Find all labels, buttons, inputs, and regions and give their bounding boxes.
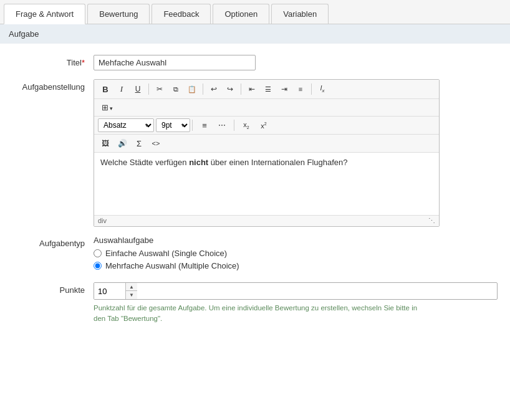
tab-frage-antwort[interactable]: Frage & Antwort	[4, 4, 85, 24]
sep2	[203, 84, 203, 95]
spinner-down[interactable]: ▼	[126, 291, 137, 299]
table-icon: ⊞	[102, 103, 108, 112]
align-justify-icon: ≡	[299, 85, 302, 93]
audio-button[interactable]: 🔊	[115, 136, 130, 150]
copy-button[interactable]: ⧉	[168, 82, 183, 96]
punkte-spinner: ▲ ▼	[94, 282, 498, 300]
clear-format-button[interactable]: Ix	[315, 82, 330, 96]
paragraph-style-select[interactable]: Absatz Überschrift 1 Überschrift 2	[98, 118, 154, 132]
task-type-content: Auswahlaufgabe Einfache Auswahl (Single …	[94, 236, 498, 274]
cut-icon: ✂	[156, 85, 163, 93]
rich-text-editor: B I U ✂ ⧉ 📋 ↩ ↪ ⇤ ☰ ⇥ ≡ Ix	[94, 79, 440, 227]
superscript-button[interactable]: x2	[256, 118, 271, 132]
sep4	[311, 84, 312, 95]
align-justify-button[interactable]: ≡	[293, 82, 308, 96]
tab-optionen[interactable]: Optionen	[213, 4, 269, 24]
editor-footer: div ⋱	[94, 215, 439, 226]
editor-text-normal-2: über einen Internationalen Flughafen?	[208, 158, 347, 167]
editor-content[interactable]: Welche Städte verfügen nicht über einen …	[94, 153, 439, 215]
aufgabentyp-label: Aufgabentyp	[12, 236, 94, 248]
align-left-button[interactable]: ⇤	[244, 82, 259, 96]
align-center-icon: ☰	[265, 85, 271, 93]
spinner-buttons: ▲ ▼	[125, 283, 137, 299]
title-field-wrap	[94, 55, 498, 70]
editor-text-normal-1: Welche Städte verfügen	[100, 158, 189, 167]
code-icon: <>	[152, 140, 160, 147]
radio-multiple-row: Mehrfache Auswahl (Multiple Choice)	[94, 261, 498, 270]
paste-button[interactable]: 📋	[185, 82, 200, 96]
italic-button[interactable]: I	[114, 82, 129, 96]
ordered-list-icon: ⋯	[218, 121, 226, 130]
align-left-icon: ⇤	[249, 85, 255, 93]
radio-single-label: Einfache Auswahl (Single Choice)	[105, 249, 227, 258]
punkte-hint: Punktzahl für die gesamte Aufgabe. Um ei…	[94, 303, 418, 325]
title-input[interactable]	[94, 55, 256, 70]
align-right-icon: ⇥	[281, 85, 287, 93]
audio-icon: 🔊	[118, 139, 127, 148]
title-row: Titel*	[12, 55, 498, 70]
tab-bewertung[interactable]: Bewertung	[87, 4, 150, 24]
image-icon: 🖼	[102, 139, 109, 148]
redo-button[interactable]: ↪	[223, 82, 238, 96]
toolbar-row-4: 🖼 🔊 Σ <>	[94, 135, 439, 153]
tab-variablen[interactable]: Variablen	[271, 4, 329, 24]
spinner-up[interactable]: ▲	[126, 283, 137, 291]
sep5	[192, 120, 193, 131]
aufgabenstellung-label: Aufgabenstellung	[12, 79, 94, 92]
toolbar-row-3: Absatz Überschrift 1 Überschrift 2 ▾ 9pt…	[94, 117, 439, 135]
table-button[interactable]: ⊞	[98, 101, 117, 114]
sep3	[241, 84, 241, 95]
radio-single[interactable]	[94, 249, 102, 257]
align-right-button[interactable]: ⇥	[277, 82, 292, 96]
sep6	[234, 120, 234, 131]
subscript-button[interactable]: x2	[239, 118, 254, 132]
toolbar-row-1: B I U ✂ ⧉ 📋 ↩ ↪ ⇤ ☰ ⇥ ≡ Ix	[94, 80, 439, 99]
punkte-row: Punkte ▲ ▼ Punktzahl für die gesamte Auf…	[12, 282, 498, 325]
sep1	[148, 84, 149, 95]
font-size-select[interactable]: 9pt 10pt 12pt	[156, 118, 190, 132]
unordered-list-icon: ≡	[202, 121, 207, 130]
section-header: Aufgabe	[0, 24, 510, 44]
radio-multiple[interactable]	[94, 262, 102, 270]
superscript-icon: x2	[261, 122, 266, 130]
editor-footer-tag: div	[98, 217, 107, 225]
image-button[interactable]: 🖼	[98, 136, 113, 150]
italic-icon: I	[120, 84, 123, 94]
aufgabenstellung-row: Aufgabenstellung B I U ✂ ⧉ 📋 ↩ ↪ ⇤	[12, 79, 498, 227]
paste-icon: 📋	[188, 85, 196, 93]
copy-icon: ⧉	[173, 85, 178, 93]
underline-button[interactable]: U	[130, 82, 145, 96]
punkte-input[interactable]	[94, 283, 125, 299]
tab-bar: Frage & Antwort Bewertung Feedback Optio…	[0, 0, 510, 24]
sigma-icon: Σ	[137, 139, 142, 148]
table-chevron	[110, 103, 113, 112]
bold-button[interactable]: B	[98, 82, 113, 96]
radio-multiple-label: Mehrfache Auswahl (Multiple Choice)	[105, 261, 239, 270]
clear-format-icon: Ix	[320, 84, 324, 93]
undo-icon: ↩	[211, 85, 217, 93]
title-label: Titel*	[12, 55, 94, 67]
punkte-content: ▲ ▼ Punktzahl für die gesamte Aufgabe. U…	[94, 282, 498, 325]
cut-button[interactable]: ✂	[152, 82, 167, 96]
toolbar-row-2: ⊞	[94, 99, 439, 117]
unordered-list-button[interactable]: ≡	[197, 118, 212, 132]
radio-single-row: Einfache Auswahl (Single Choice)	[94, 249, 498, 258]
tab-feedback[interactable]: Feedback	[152, 4, 211, 24]
sigma-button[interactable]: Σ	[132, 136, 147, 150]
align-center-button[interactable]: ☰	[261, 82, 276, 96]
ordered-list-button[interactable]: ⋯	[214, 118, 229, 132]
underline-icon: U	[135, 85, 141, 93]
editor-wrap: B I U ✂ ⧉ 📋 ↩ ↪ ⇤ ☰ ⇥ ≡ Ix	[94, 79, 498, 227]
redo-icon: ↪	[227, 85, 233, 93]
subscript-icon: x2	[243, 121, 249, 130]
form-area: Titel* Aufgabenstellung B I U ✂ ⧉ 📋 ↩	[0, 44, 510, 345]
bold-icon: B	[102, 85, 108, 94]
task-type-heading: Auswahlaufgabe	[94, 236, 498, 245]
editor-resize-handle[interactable]: ⋱	[428, 217, 435, 225]
undo-button[interactable]: ↩	[206, 82, 221, 96]
editor-text-bold: nicht	[189, 158, 208, 167]
aufgabentyp-row: Aufgabentyp Auswahlaufgabe Einfache Ausw…	[12, 236, 498, 274]
code-button[interactable]: <>	[148, 136, 163, 150]
punkte-label: Punkte	[12, 282, 94, 295]
